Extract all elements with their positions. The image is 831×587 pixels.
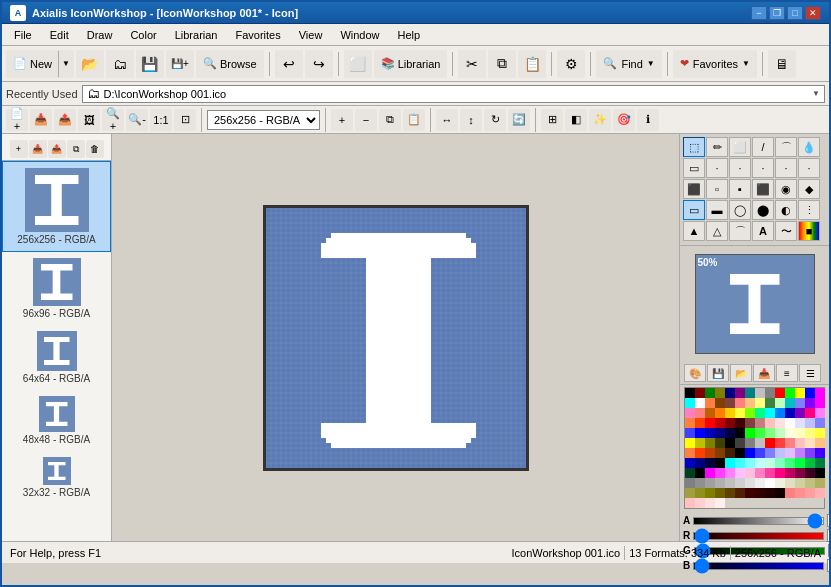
tool-line[interactable]: / bbox=[752, 137, 774, 157]
palette-cell-147[interactable] bbox=[755, 488, 765, 498]
palette-cell-0[interactable] bbox=[685, 388, 695, 398]
zoom-out-button[interactable]: 🔍- bbox=[126, 109, 148, 131]
palette-cell-156[interactable] bbox=[705, 498, 715, 508]
palette-cell-88[interactable] bbox=[725, 448, 735, 458]
tool-arc[interactable]: ⌒ bbox=[729, 221, 751, 241]
palette-cell-31[interactable] bbox=[715, 408, 725, 418]
address-input[interactable]: 🗂 D:\IconWorkshop 001.ico ▼ bbox=[82, 85, 825, 103]
blue-slider[interactable] bbox=[693, 562, 824, 570]
color-tool-1[interactable]: 🎨 bbox=[684, 364, 706, 382]
palette-cell-119[interactable] bbox=[755, 468, 765, 478]
test-button[interactable]: 🎯 bbox=[613, 109, 635, 131]
favorites-button[interactable]: ❤ Favorites ▼ bbox=[673, 50, 757, 78]
palette-cell-105[interactable] bbox=[755, 458, 765, 468]
redo-button[interactable]: ↪ bbox=[305, 50, 333, 78]
tool-oval-c[interactable]: ◐ bbox=[775, 200, 797, 220]
palette-cell-94[interactable] bbox=[785, 448, 795, 458]
palette-cell-133[interactable] bbox=[755, 478, 765, 488]
new-size-button[interactable]: 📄+ bbox=[6, 109, 28, 131]
alpha-slider[interactable] bbox=[693, 517, 824, 525]
palette-cell-6[interactable] bbox=[745, 388, 755, 398]
palette-cell-127[interactable] bbox=[695, 478, 705, 488]
palette-cell-142[interactable] bbox=[705, 488, 715, 498]
panel-export-button[interactable]: 📤 bbox=[48, 140, 66, 158]
palette-cell-86[interactable] bbox=[705, 448, 715, 458]
save-as-button[interactable]: 💾+ bbox=[166, 50, 194, 78]
palette-cell-38[interactable] bbox=[785, 408, 795, 418]
palette-cell-44[interactable] bbox=[705, 418, 715, 428]
palette-cell-49[interactable] bbox=[755, 418, 765, 428]
import-button[interactable]: 📥 bbox=[30, 109, 52, 131]
palette-cell-9[interactable] bbox=[775, 388, 785, 398]
tool-rect-b[interactable]: ▬ bbox=[706, 200, 728, 220]
thumbnail-button[interactable]: 🖼 bbox=[78, 109, 100, 131]
tool-brush5[interactable]: ◆ bbox=[798, 179, 820, 199]
effect-button[interactable]: ✨ bbox=[589, 109, 611, 131]
palette-cell-75[interactable] bbox=[735, 438, 745, 448]
palette-cell-70[interactable] bbox=[685, 438, 695, 448]
palette-cell-112[interactable] bbox=[685, 468, 695, 478]
menu-file[interactable]: File bbox=[6, 25, 40, 45]
palette-cell-118[interactable] bbox=[745, 468, 755, 478]
tool-curve2[interactable]: 〜 bbox=[775, 221, 797, 241]
palette-cell-145[interactable] bbox=[735, 488, 745, 498]
palette-cell-74[interactable] bbox=[725, 438, 735, 448]
palette-cell-19[interactable] bbox=[735, 398, 745, 408]
palette-cell-35[interactable] bbox=[755, 408, 765, 418]
close-window-button[interactable]: ✕ bbox=[805, 6, 821, 20]
menu-help[interactable]: Help bbox=[390, 25, 429, 45]
palette-cell-67[interactable] bbox=[795, 428, 805, 438]
palette-cell-55[interactable] bbox=[815, 418, 825, 428]
palette-cell-3[interactable] bbox=[715, 388, 725, 398]
palette-cell-97[interactable] bbox=[815, 448, 825, 458]
settings-button[interactable]: ⚙ bbox=[557, 50, 585, 78]
export-button[interactable]: 📤 bbox=[54, 109, 76, 131]
palette-cell-29[interactable] bbox=[695, 408, 705, 418]
palette-cell-83[interactable] bbox=[815, 438, 825, 448]
palette-cell-157[interactable] bbox=[715, 498, 725, 508]
palette-cell-123[interactable] bbox=[795, 468, 805, 478]
flip-v-button[interactable]: ↕ bbox=[460, 109, 482, 131]
tool-text[interactable]: A bbox=[752, 221, 774, 241]
menu-draw[interactable]: Draw bbox=[79, 25, 121, 45]
palette-cell-135[interactable] bbox=[775, 478, 785, 488]
pixel-canvas[interactable] bbox=[265, 207, 527, 469]
palette-cell-47[interactable] bbox=[735, 418, 745, 428]
palette-cell-101[interactable] bbox=[715, 458, 725, 468]
add-size-button[interactable]: + bbox=[331, 109, 353, 131]
paste-button[interactable]: 📋 bbox=[518, 50, 546, 78]
tool-rect[interactable]: ▭ bbox=[683, 200, 705, 220]
palette-cell-141[interactable] bbox=[695, 488, 705, 498]
find-button[interactable]: 🔍 Find ▼ bbox=[596, 50, 661, 78]
palette-cell-80[interactable] bbox=[785, 438, 795, 448]
palette-cell-27[interactable] bbox=[815, 398, 825, 408]
menu-view[interactable]: View bbox=[291, 25, 331, 45]
palette-cell-53[interactable] bbox=[795, 418, 805, 428]
palette-cell-18[interactable] bbox=[725, 398, 735, 408]
palette-cell-58[interactable] bbox=[705, 428, 715, 438]
icon-size-32[interactable]: 32x32 - RGB/A bbox=[2, 451, 111, 504]
tool-dot2[interactable]: · bbox=[729, 158, 751, 178]
palette-cell-90[interactable] bbox=[745, 448, 755, 458]
palette-cell-91[interactable] bbox=[755, 448, 765, 458]
rotate-button[interactable]: ↻ bbox=[484, 109, 506, 131]
palette-cell-132[interactable] bbox=[745, 478, 755, 488]
tool-dot1[interactable]: · bbox=[706, 158, 728, 178]
palette-cell-16[interactable] bbox=[705, 398, 715, 408]
palette-cell-28[interactable] bbox=[685, 408, 695, 418]
tool-curve[interactable]: ⌒ bbox=[775, 137, 797, 157]
palette-cell-4[interactable] bbox=[725, 388, 735, 398]
palette-cell-20[interactable] bbox=[745, 398, 755, 408]
icon-size-256[interactable]: 256x256 - RGB/A bbox=[2, 161, 111, 252]
palette-cell-11[interactable] bbox=[795, 388, 805, 398]
palette-cell-92[interactable] bbox=[765, 448, 775, 458]
palette-cell-137[interactable] bbox=[795, 478, 805, 488]
palette-cell-144[interactable] bbox=[725, 488, 735, 498]
address-dropdown-arrow[interactable]: ▼ bbox=[812, 89, 820, 98]
find-arrow[interactable]: ▼ bbox=[647, 59, 655, 68]
menu-color[interactable]: Color bbox=[122, 25, 164, 45]
tool-fill[interactable]: ⬛ bbox=[683, 179, 705, 199]
frame-button[interactable]: ⬜ bbox=[344, 50, 372, 78]
palette-cell-65[interactable] bbox=[775, 428, 785, 438]
palette-cell-140[interactable] bbox=[685, 488, 695, 498]
